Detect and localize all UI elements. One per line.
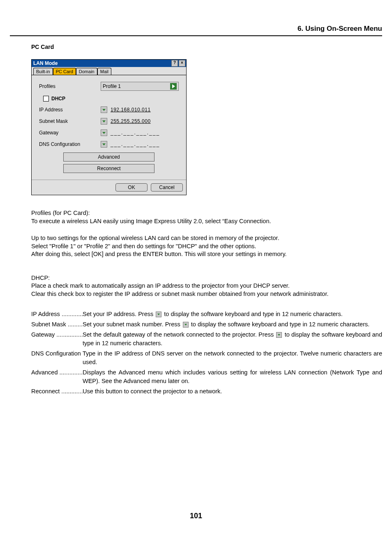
header-rule bbox=[10, 35, 382, 36]
para-settings-2: Select "Profile 1" or "Profile 2" and th… bbox=[31, 242, 382, 251]
def-ip: IP Address ............. Set your IP add… bbox=[31, 310, 382, 319]
advanced-button[interactable]: Advanced bbox=[63, 152, 154, 162]
para-profiles-1: Profiles (for PC Card): bbox=[31, 209, 382, 217]
para-settings-1: Up to two settings for the optional wire… bbox=[31, 234, 382, 242]
dropdown-icon[interactable] bbox=[101, 141, 107, 148]
profiles-label: Profiles bbox=[39, 83, 101, 89]
def-dns: DNS Configuration Type in the IP address… bbox=[31, 349, 382, 367]
ip-address-value[interactable]: 192.168.010.011 bbox=[111, 107, 151, 113]
dialog-title: LAN Mode bbox=[33, 60, 58, 66]
dropdown-icon bbox=[156, 312, 161, 317]
help-icon[interactable]: ? bbox=[171, 60, 178, 67]
dhcp-label: DHCP bbox=[51, 96, 65, 102]
dropdown-icon[interactable] bbox=[101, 106, 107, 113]
subnet-value[interactable]: 255.255.255.000 bbox=[111, 118, 151, 124]
dialog-tabs: Built-in PC Card Domain Mail bbox=[32, 67, 186, 75]
dns-label: DNS Configuration bbox=[39, 141, 101, 147]
dropdown-icon bbox=[276, 332, 282, 338]
para-profiles-2: To execute a wireless LAN easily using I… bbox=[31, 217, 382, 226]
para-dhcp-1: DHCP: bbox=[31, 274, 382, 282]
profiles-value: Profile 1 bbox=[103, 83, 170, 89]
lan-mode-dialog: LAN Mode ? × Built-in PC Card Domain Mai… bbox=[31, 59, 187, 195]
gateway-label: Gateway bbox=[39, 130, 101, 136]
def-reconnect: Reconnect ............. Use this button … bbox=[31, 387, 382, 396]
tab-mail[interactable]: Mail bbox=[97, 68, 111, 75]
subheading-pc-card: PC Card bbox=[31, 44, 382, 50]
profiles-select[interactable]: Profile 1 bbox=[101, 82, 179, 91]
section-header: 6. Using On-Screen Menu bbox=[10, 25, 382, 35]
dropdown-icon bbox=[183, 322, 189, 328]
def-advanced: Advanced .............. Displays the Adv… bbox=[31, 368, 382, 385]
subnet-label: Subnet Mask bbox=[39, 118, 101, 124]
para-dhcp-3: Clear this check box to register the IP … bbox=[31, 290, 382, 298]
page-number: 101 bbox=[0, 512, 392, 520]
dialog-titlebar: LAN Mode ? × bbox=[32, 60, 186, 67]
ok-button[interactable]: OK bbox=[115, 183, 148, 192]
para-settings-3: After doing this, select [OK] and press … bbox=[31, 250, 382, 259]
cancel-button[interactable]: Cancel bbox=[151, 183, 183, 192]
tab-pc-card[interactable]: PC Card bbox=[53, 68, 76, 75]
close-icon[interactable]: × bbox=[179, 60, 185, 67]
def-subnet: Subnet Mask ......... Set your subnet ma… bbox=[31, 320, 382, 329]
tab-domain[interactable]: Domain bbox=[76, 68, 97, 75]
tab-built-in[interactable]: Built-in bbox=[33, 68, 53, 75]
dropdown-icon[interactable] bbox=[101, 118, 107, 125]
gateway-value[interactable]: ___.___.___.___ bbox=[111, 130, 160, 136]
def-gateway: Gateway ................ Set the default… bbox=[31, 330, 382, 348]
reconnect-button[interactable]: Reconnect bbox=[63, 164, 154, 173]
ip-address-label: IP Address bbox=[39, 107, 101, 113]
next-arrow-icon[interactable] bbox=[170, 83, 177, 90]
dropdown-icon[interactable] bbox=[101, 129, 107, 136]
dns-value[interactable]: ___.___.___.___ bbox=[111, 141, 160, 147]
dhcp-checkbox[interactable] bbox=[43, 96, 49, 102]
para-dhcp-2: Place a check mark to automatically assi… bbox=[31, 282, 382, 290]
